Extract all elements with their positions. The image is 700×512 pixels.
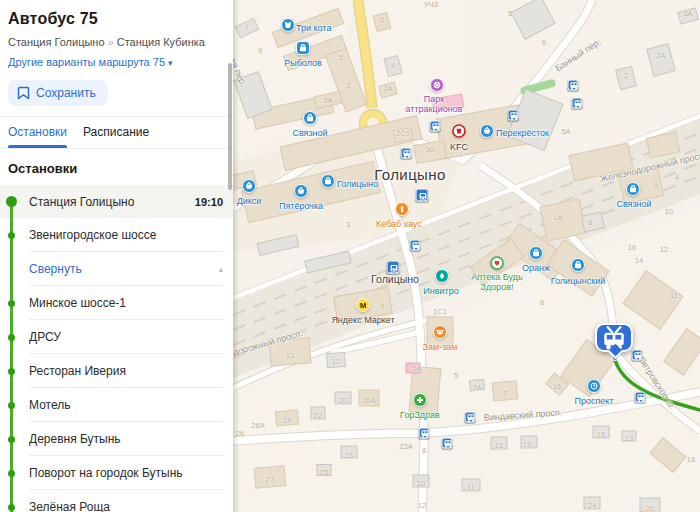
poi-kebab-haus[interactable]: [395, 202, 410, 221]
route-sidebar: Автобус 75 Станция Голицыно»Станция Куби…: [0, 0, 233, 512]
chevron-down-icon: ▾: [168, 58, 173, 68]
stop-row[interactable]: Зелёная Роща: [0, 490, 233, 512]
poi-label-apteka-bud-zdorov[interactable]: Аптека БудьЗдоров!: [471, 272, 522, 293]
poi-diksi[interactable]: [242, 179, 257, 198]
selected-stop-marker[interactable]: [595, 323, 633, 352]
bus-stop-icon[interactable]: [430, 121, 441, 132]
stop-row[interactable]: Звенигородское шоссе: [0, 218, 233, 252]
stop-row[interactable]: Деревня Бутынь: [0, 422, 233, 456]
bookmark-icon: [17, 86, 30, 100]
stop-name: Мотель: [29, 398, 223, 412]
tab-schedule[interactable]: Расписание: [83, 125, 149, 148]
poi-label-tri-kota[interactable]: Три кота: [296, 23, 331, 33]
poi-label-park-attrakcionov[interactable]: Паркаттракционов: [406, 94, 463, 115]
poi-label-zam-zam[interactable]: Зам-зам: [423, 342, 458, 352]
map-canvas[interactable]: Банный пер.Железнодорожный просп.нодорож…: [233, 0, 700, 512]
poi-label-oranzh[interactable]: Оранж: [522, 263, 550, 273]
stop-name: Свернуть: [29, 262, 219, 276]
stop-name: Станция Голицыно: [29, 195, 195, 209]
stop-row[interactable]: Поворот на городок Бутынь: [0, 456, 233, 490]
breadcrumb-from: Станция Голицыно: [8, 36, 105, 48]
poi-label-invitro[interactable]: Инвитро: [423, 286, 458, 296]
bus-stop-icon[interactable]: [635, 392, 646, 403]
poi-tri-kota[interactable]: [281, 18, 296, 37]
chevron-up-icon: ▴: [219, 265, 223, 274]
poi-svyaznoy-1[interactable]: [303, 111, 318, 130]
poi-gorzdrav[interactable]: [413, 393, 428, 412]
bus-stop-icon[interactable]: [442, 438, 453, 449]
stop-row[interactable]: Минское шоссе-1: [0, 286, 233, 320]
bus-stop-icon[interactable]: [465, 412, 476, 423]
poi-golitsyno-mall[interactable]: [321, 174, 336, 193]
stop-dot: [8, 436, 15, 443]
poi-label-gorzdrav[interactable]: ГорЗдрав: [400, 410, 440, 420]
poi-oranzh[interactable]: [529, 246, 544, 265]
stop-name: Поворот на городок Бутынь: [29, 466, 223, 480]
poi-invitro[interactable]: [435, 269, 450, 288]
poi-svyaznoy-2[interactable]: [626, 182, 641, 201]
poi-label-svyaznoy-2[interactable]: Связной: [616, 199, 651, 209]
stop-name: Деревня Бутынь: [29, 432, 223, 446]
route-variants-link[interactable]: Другие варианты маршрута 75 ▾: [8, 56, 223, 78]
poi-label-kebab-haus[interactable]: Кебаб хаус: [376, 219, 422, 229]
stop-time: 19:10: [195, 196, 223, 208]
map-base-layer: [233, 0, 700, 512]
stop-row[interactable]: ДРСУ: [0, 320, 233, 354]
stop-dot: [8, 470, 15, 477]
sidebar-scrollbar[interactable]: [228, 63, 232, 190]
poi-label-rybolov[interactable]: Рыболов: [284, 58, 322, 68]
route-timeline: [10, 199, 13, 512]
stops-list: Станция Голицыно19:10Звенигородское шосс…: [0, 185, 233, 512]
train-station-icon[interactable]: [387, 261, 400, 274]
poi-rybolov[interactable]: [296, 41, 311, 60]
poi-pyaterochka[interactable]: [294, 184, 309, 203]
bus-stop-icon[interactable]: [568, 80, 579, 91]
stop-dot: [8, 504, 15, 511]
bus-stop-icon[interactable]: [632, 350, 643, 361]
tab-stops[interactable]: Остановки: [8, 125, 67, 148]
breadcrumb-separator: »: [105, 36, 117, 48]
poi-golitsynskiy[interactable]: [571, 258, 586, 277]
stops-section-title: Остановки: [0, 149, 233, 185]
svg-text:М: М: [360, 301, 366, 310]
poi-perekrestok[interactable]: [480, 124, 495, 143]
poi-prospekt[interactable]: [587, 379, 602, 398]
stop-row[interactable]: Мотель: [0, 388, 233, 422]
poi-label-golitsyno-mall[interactable]: Голицыно: [337, 179, 378, 189]
poi-yandex-market[interactable]: М: [356, 298, 371, 317]
bus-stop-icon[interactable]: [410, 240, 421, 251]
stop-row[interactable]: Станция Голицыно19:10: [0, 185, 233, 218]
poi-label-kfc[interactable]: KFC: [450, 142, 468, 152]
stop-name: Минское шоссе-1: [29, 296, 223, 310]
save-button[interactable]: Сохранить: [8, 80, 108, 106]
poi-label-pyaterochka[interactable]: Пятёрочка: [279, 201, 323, 211]
page-title: Автобус 75: [8, 8, 223, 36]
stop-name: Зелёная Роща: [29, 500, 223, 512]
bus-stop-icon[interactable]: [508, 110, 519, 121]
bus-stop-icon[interactable]: [419, 428, 430, 439]
poi-label-golitsynskiy[interactable]: Голицынский: [551, 276, 605, 286]
stop-dot: [8, 368, 15, 375]
poi-kfc[interactable]: [452, 124, 467, 143]
bus-stop-icon[interactable]: [401, 148, 412, 159]
tab-bar: Остановки Расписание: [0, 117, 233, 148]
stop-dot: [8, 300, 15, 307]
train-station-icon[interactable]: [416, 189, 429, 202]
breadcrumb: Станция Голицыно»Станция Кубинка: [8, 36, 223, 56]
stop-dot: [8, 402, 15, 409]
stop-row[interactable]: Ресторан Иверия: [0, 354, 233, 388]
breadcrumb-to: Станция Кубинка: [117, 36, 205, 48]
poi-label-yandex-market[interactable]: Яндекс Маркет: [331, 315, 394, 325]
stop-name: Звенигородское шоссе: [29, 228, 223, 242]
poi-label-svyaznoy-1[interactable]: Связной: [292, 128, 327, 138]
collapse-stops-link[interactable]: Свернуть▴: [0, 252, 233, 286]
stop-dot: [6, 196, 17, 207]
bus-stop-icon[interactable]: [572, 98, 583, 109]
save-button-label: Сохранить: [36, 86, 96, 100]
poi-zam-zam[interactable]: [433, 325, 448, 344]
poi-label-diksi[interactable]: Дикси: [237, 196, 262, 206]
poi-label-prospekt[interactable]: Проспект: [574, 396, 613, 406]
stop-name: Ресторан Иверия: [29, 364, 223, 378]
poi-label-perekrestok[interactable]: Перекрёсток: [496, 128, 549, 138]
stop-dot: [8, 334, 15, 341]
